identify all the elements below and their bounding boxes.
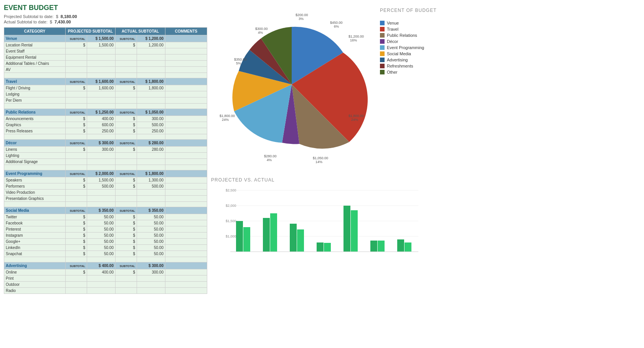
svg-text:$450.00: $450.00 [330,21,343,25]
pie-chart-container: $1,200.00 16% $450.00 6% $200.00 3% $300… [211,4,372,170]
item-proj-amount [87,288,115,294]
table-row [4,257,207,262]
item-act-dollar [116,196,137,202]
svg-rect-39 [405,242,411,252]
bar-chart-title: PROJECTED vs. ACTUAL [211,177,640,183]
item-proj-amount: 50.00 [87,220,115,226]
item-comments [165,67,207,73]
header-category: CATEGORY [4,28,66,35]
table-row: LinkedIn $ 50.00 $ 50.00 [4,245,207,251]
item-proj-amount [87,275,115,282]
section-act-sublabel: SUBTOTAL [116,140,137,147]
item-name: Location Rental [4,42,66,48]
item-proj-dollar: $ [66,177,87,183]
item-act-dollar: $ [116,147,137,153]
svg-rect-33 [324,243,331,252]
item-act-dollar [116,153,137,159]
item-proj-dollar [66,73,87,78]
item-proj-dollar [66,202,87,207]
item-proj-amount: 300.00 [87,147,115,153]
item-proj-dollar: $ [66,147,87,153]
item-comments [165,134,207,140]
item-name [4,165,66,170]
item-proj-dollar: $ [66,239,87,245]
pie-legend-section: PERCENT OF BUDGET Venue Travel Public Re… [380,8,436,74]
svg-text:$280.00: $280.00 [264,154,277,158]
section-comments [165,140,207,147]
table-row [4,73,207,78]
bar-chart-section: PROJECTED vs. ACTUAL $2,500 $2,000 $1,50… [211,177,640,263]
item-proj-dollar [66,61,87,67]
item-name [4,134,66,140]
item-act-amount [137,67,165,73]
table-row: Snapchat $ 50.00 $ 50.00 [4,251,207,257]
legend-swatch [380,64,385,68]
svg-rect-34 [343,206,350,252]
item-act-amount: 280.00 [137,147,165,153]
item-name: Presentation Graphics [4,196,66,202]
table-row: Per Diem [4,97,207,104]
item-proj-dollar [66,153,87,159]
section-comments [165,170,207,177]
item-proj-dollar [66,190,87,196]
item-proj-amount [87,153,115,159]
item-name: Pinterest [4,226,66,233]
item-act-dollar: $ [116,239,137,245]
item-act-dollar: $ [116,177,137,183]
item-act-amount [137,282,165,288]
item-act-amount: 50.00 [137,214,165,220]
item-act-dollar [116,282,137,288]
item-proj-amount [87,104,115,109]
item-proj-amount: 1,500.00 [87,177,115,183]
item-act-amount: 300.00 [137,116,165,122]
svg-rect-27 [243,227,250,252]
svg-text:$1,800.00: $1,800.00 [348,114,364,118]
item-act-amount: 300.00 [137,269,165,275]
table-row: Presentation Graphics [4,196,207,202]
item-act-amount [137,288,165,294]
item-act-amount: 500.00 [137,183,165,190]
section-proj-sublabel: SUBTOTAL [66,207,87,214]
item-proj-amount: 600.00 [87,122,115,128]
pie-chart-svg: $1,200.00 16% $450.00 6% $200.00 3% $300… [211,4,372,169]
item-name: Google+ [4,239,66,245]
section-comments [165,35,207,42]
svg-text:$1,050.00: $1,050.00 [313,156,328,160]
table-row: Instagram $ 50.00 $ 50.00 [4,233,207,239]
section-act-subtotal: $ 300.00 [137,262,165,269]
section-proj-subtotal: $ 1,600.00 [87,78,115,85]
item-proj-dollar [66,165,87,170]
item-proj-dollar [66,257,87,262]
actual-summary-row: Actual Subtotal to date: $ 7,430.00 [4,20,207,24]
item-act-amount: 50.00 [137,226,165,233]
item-act-dollar: $ [116,128,137,134]
item-comments [165,282,207,288]
svg-text:3%: 3% [299,17,304,21]
item-act-amount [137,257,165,262]
table-row: Lighting [4,153,207,159]
item-comments [165,202,207,207]
svg-text:$1,200.00: $1,200.00 [348,35,364,38]
section-name: Social Media [4,207,66,214]
item-act-amount: 250.00 [137,128,165,134]
header-comments: COMMENTS [165,28,207,35]
item-comments [165,165,207,170]
item-name [4,257,66,262]
svg-text:$1,800.00: $1,800.00 [220,114,235,118]
table-row: Print [4,275,207,282]
section-name: Advertising [4,262,66,269]
item-comments [165,226,207,233]
left-panel: EVENT BUDGET Projected Subtotal to date:… [4,4,207,294]
item-comments [165,54,207,61]
pie-legend: Venue Travel Public Relations Décor Even… [380,21,436,74]
section-act-subtotal: $ 1,800.00 [137,170,165,177]
item-act-amount [137,134,165,140]
item-comments [165,288,207,294]
section-proj-sublabel: SUBTOTAL [66,35,87,42]
item-proj-dollar: $ [66,220,87,226]
item-name: Equipment Rental [4,54,66,61]
item-comments [165,251,207,257]
item-proj-amount [87,134,115,140]
item-proj-amount [87,202,115,207]
item-act-dollar [116,159,137,165]
